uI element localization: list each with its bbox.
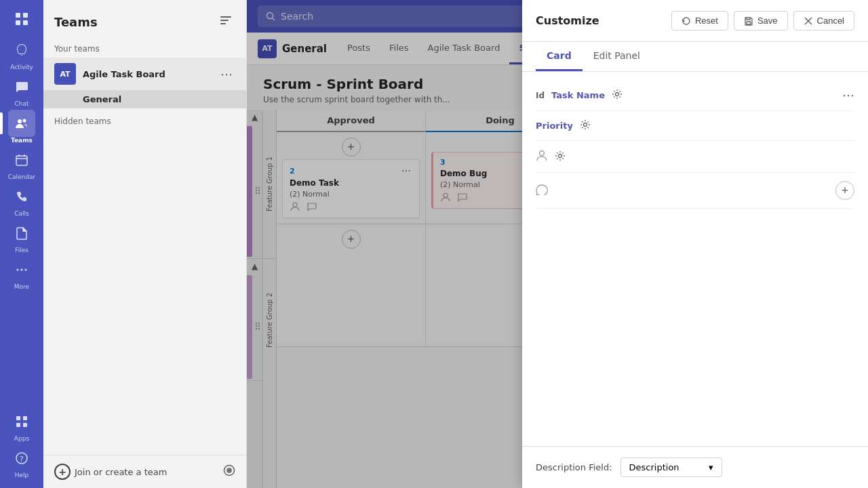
field-row-comment: + [536, 173, 854, 209]
svg-rect-17 [220, 20, 229, 21]
sidebar-item-teams[interactable]: Teams [0, 108, 43, 145]
field-id-label: Id [536, 91, 545, 100]
svg-text:?: ? [20, 455, 24, 464]
panel-footer: Description Field: Description ▾ [522, 446, 868, 488]
panel-tabs: Card Edit Panel [522, 42, 868, 72]
description-field-label: Description Field: [536, 462, 612, 472]
cancel-button[interactable]: Cancel [793, 11, 854, 30]
field-add-button[interactable]: + [835, 181, 854, 200]
svg-rect-2 [16, 20, 20, 25]
sidebar-apps-label: Apps [14, 435, 29, 442]
save-button[interactable]: Save [734, 11, 788, 30]
svg-point-42 [583, 123, 587, 127]
sidebar-item-chat[interactable]: Chat [0, 72, 43, 108]
join-create-team-button[interactable]: + Join or create a team [54, 464, 218, 480]
description-dropdown[interactable]: Description ▾ [620, 458, 722, 477]
sidebar-item-activity[interactable]: Activity [0, 35, 43, 72]
svg-rect-16 [220, 16, 231, 18]
sidebar-item-activity-label: Activity [10, 64, 33, 70]
teams-footer: + Join or create a team [43, 455, 246, 488]
sidebar-item-calendar[interactable]: Calendar [0, 145, 43, 182]
sidebar-apps-grid[interactable] [8, 5, 35, 33]
field-row-id-taskname: Id Task Name ⋯ [536, 80, 854, 111]
reset-label: Reset [695, 16, 718, 26]
field-assignee-gear[interactable] [555, 150, 566, 163]
field-priority-label: Priority [536, 121, 573, 131]
field-priority-gear[interactable] [580, 119, 591, 132]
customize-panel-header: Customize Reset Save Cancel [522, 0, 868, 42]
svg-rect-18 [220, 23, 226, 24]
description-dropdown-value: Description [629, 462, 679, 472]
field-assignee-icon [536, 149, 548, 164]
svg-point-9 [25, 269, 27, 271]
svg-rect-12 [16, 423, 20, 427]
reset-button[interactable]: Reset [671, 11, 728, 30]
svg-point-7 [17, 269, 19, 271]
svg-rect-13 [23, 423, 27, 427]
svg-rect-10 [16, 416, 20, 420]
svg-point-8 [21, 269, 23, 271]
teams-settings-button[interactable] [223, 464, 235, 479]
teams-panel-title: Teams [54, 15, 98, 29]
cancel-label: Cancel [817, 16, 844, 26]
field-taskname-more[interactable]: ⋯ [842, 88, 854, 102]
team-agile-task-board[interactable]: AT Agile Task Board ⋯ [43, 58, 246, 90]
panel-tab-edit-panel[interactable]: Edit Panel [583, 42, 651, 71]
customize-panel: Customize Reset Save Cancel Card [522, 0, 868, 488]
svg-point-41 [615, 93, 618, 96]
svg-point-43 [540, 151, 545, 156]
join-team-icon: + [54, 464, 71, 480]
team-avatar: AT [54, 63, 76, 85]
channel-general[interactable]: General [43, 90, 246, 108]
teams-panel-header: Teams [43, 0, 246, 41]
svg-rect-38 [747, 22, 751, 24]
teams-panel: Teams Your teams AT Agile Task Board ⋯ G… [43, 0, 247, 488]
field-comment-icon [536, 183, 548, 198]
sidebar-item-chat-label: Chat [14, 100, 28, 107]
svg-point-4 [18, 119, 22, 123]
sidebar-item-apps[interactable]: Apps [0, 407, 43, 443]
svg-rect-1 [23, 13, 28, 18]
sidebar-item-more[interactable]: More [0, 255, 43, 291]
svg-point-19 [228, 469, 231, 472]
svg-rect-6 [16, 156, 27, 165]
sidebar-help-label: Help [15, 472, 29, 479]
sidebar-item-files-label: Files [15, 247, 28, 253]
channel-general-label: General [83, 94, 235, 104]
svg-rect-3 [23, 20, 28, 25]
svg-rect-11 [23, 416, 27, 420]
field-taskname-gear[interactable] [612, 89, 623, 102]
svg-point-44 [559, 154, 562, 157]
join-team-label: Join or create a team [75, 467, 167, 477]
sidebar-item-teams-label: Teams [11, 137, 33, 144]
team-name: Agile Task Board [83, 69, 218, 79]
description-dropdown-icon: ▾ [709, 462, 713, 472]
panel-body: Id Task Name ⋯ Priority [522, 72, 868, 446]
sidebar-item-help[interactable]: ? Help [0, 443, 43, 480]
sidebar-item-more-label: More [14, 283, 29, 290]
team-more-button[interactable]: ⋯ [218, 66, 235, 83]
svg-rect-0 [16, 13, 20, 18]
panel-tab-card[interactable]: Card [536, 42, 583, 71]
sidebar: Activity Chat Teams Calendar Calls Files [0, 0, 43, 488]
sidebar-item-calls[interactable]: Calls [0, 182, 43, 218]
field-taskname-label: Task Name [551, 90, 605, 100]
your-teams-label: Your teams [43, 41, 246, 58]
teams-filter-button[interactable] [216, 11, 235, 33]
svg-point-5 [23, 119, 26, 123]
sidebar-item-files[interactable]: Files [0, 218, 43, 255]
field-row-priority: Priority [536, 111, 854, 141]
customize-panel-title: Customize [536, 14, 599, 27]
field-row-assignee [536, 141, 854, 173]
save-label: Save [757, 16, 778, 26]
sidebar-item-calls-label: Calls [14, 210, 29, 217]
hidden-teams-label: Hidden teams [43, 108, 246, 129]
sidebar-item-calendar-label: Calendar [8, 174, 35, 180]
